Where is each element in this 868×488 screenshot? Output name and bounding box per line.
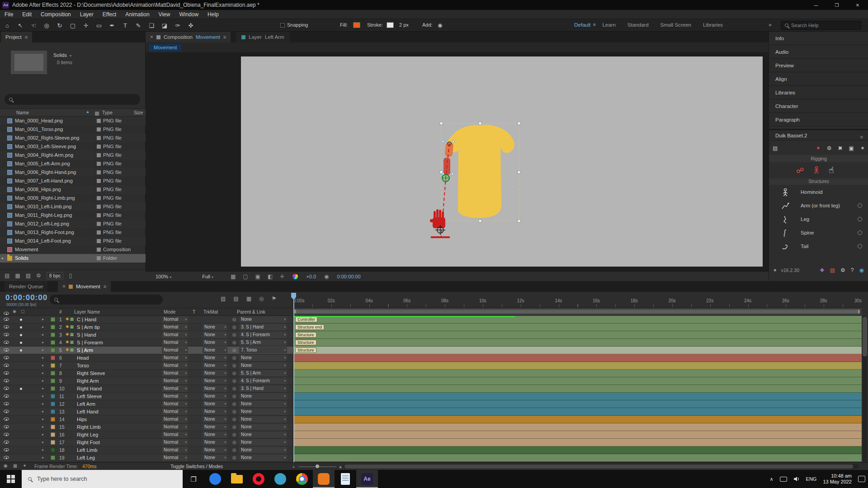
parent-link-select[interactable]: None▾ (239, 408, 287, 415)
layer-name[interactable]: Right Limb (77, 424, 101, 430)
duik-feedback-icon[interactable]: ❖ (820, 267, 825, 273)
column-layer-name[interactable]: Layer Name (74, 309, 100, 314)
track-matte-select[interactable]: None▾ (203, 362, 227, 369)
current-time-display[interactable]: 0:00:00:00 (5, 293, 47, 302)
layer-expand-chevron-icon[interactable]: ▸ (42, 317, 44, 321)
menu-window[interactable]: Window (175, 10, 203, 19)
layer-expand-chevron-icon[interactable]: ▸ (42, 356, 44, 360)
layer-color-swatch[interactable] (51, 317, 55, 322)
panel-menu-icon[interactable]: ≡ (104, 284, 106, 289)
parent-pickwhip-icon[interactable]: ◎ (232, 317, 236, 322)
project-item-row[interactable]: Man_0001_Torso.png PNG file (0, 125, 146, 134)
blend-mode-select[interactable]: Normal▾ (162, 362, 188, 369)
composition-marker-icon[interactable]: ◉ (4, 464, 8, 468)
eraser-tool-icon[interactable]: ◪ (161, 22, 168, 29)
timeline-composition-tab[interactable]: × Movement ≡ (58, 281, 111, 292)
layer-visibility-icon[interactable] (4, 364, 9, 367)
timeline-layer-row[interactable]: ▸ 8 Right Sleeve Normal▾ None▾ ◎ 5. S | … (0, 370, 293, 377)
zoom-out-icon[interactable]: ▲ (292, 465, 295, 468)
color-depth-button[interactable]: 8 bpc (47, 272, 64, 279)
timeline-layer-row[interactable]: ▸ 6 Head Normal▾ None▾ ◎ None▾ (0, 354, 293, 362)
track-matte-select[interactable]: None▾ (203, 370, 227, 376)
create-folder-icon[interactable]: ▦ (15, 273, 20, 278)
structure-options-icon[interactable] (858, 230, 862, 235)
layer-expand-chevron-icon[interactable]: ▸ (42, 455, 44, 460)
parent-pickwhip-icon[interactable]: ◎ (232, 347, 236, 352)
layer-name[interactable]: Head (77, 355, 89, 361)
panel-tab-audio[interactable]: Audio (769, 45, 868, 59)
duik-help-icon[interactable]: ? (851, 267, 854, 273)
timeline-layer-row[interactable]: ▸ 15 Right Limb Normal▾ None▾ ◎ None▾ (0, 423, 293, 431)
layer-duration-bar[interactable] (293, 446, 862, 454)
timeline-layer-row[interactable]: ▸ 13 Left Hand Normal▾ None▾ ◎ None▾ (0, 408, 293, 416)
project-item-row[interactable]: Man_0004_Right-Arm.png PNG file (0, 151, 146, 160)
parent-link-select[interactable]: 3. S | Hand▾ (239, 385, 287, 392)
timeline-layer-row[interactable]: ▸ 4 ✱▦ S | Forearm Normal▾ None▾ ◎ 5. S … (0, 339, 293, 347)
action-center-icon[interactable] (858, 476, 865, 482)
track-matte-select[interactable]: None▾ (203, 432, 227, 438)
timeline-layer-row[interactable]: ▸ 19 Left Leg Normal▾ None▾ ◎ None▾ (0, 454, 293, 462)
layer-color-swatch[interactable] (51, 371, 55, 375)
adjust-exposure-icon[interactable] (292, 274, 298, 279)
duik-settings-icon[interactable]: ⚙ (840, 267, 845, 273)
blend-mode-select[interactable]: Normal▾ (162, 324, 188, 330)
parent-pickwhip-icon[interactable]: ◎ (232, 401, 236, 406)
layer-solo-icon[interactable] (20, 334, 22, 336)
roto-brush-tool-icon[interactable]: ✑ (174, 22, 181, 29)
parent-link-select[interactable]: None▾ (239, 439, 287, 446)
layer-duration-bar[interactable] (293, 362, 862, 370)
layer-color-swatch[interactable] (51, 325, 55, 329)
blend-mode-select[interactable]: Normal▾ (162, 339, 188, 346)
column-type[interactable]: Type (102, 110, 113, 115)
task-view-button[interactable]: ❐ (183, 470, 204, 488)
layer-expand-chevron-icon[interactable]: ▸ (42, 325, 44, 329)
project-tab[interactable]: Project ≡ (1, 32, 32, 42)
stroke-swatch[interactable] (387, 22, 394, 28)
magnification-select[interactable]: 100%▾ (156, 274, 171, 279)
timeline-horizontal-scrollbar[interactable] (344, 464, 859, 469)
layer-name[interactable]: C | Hand (77, 317, 96, 322)
project-item-row[interactable]: Man_0000_Head.png PNG file (0, 117, 146, 125)
column-mode[interactable]: Mode (164, 309, 175, 314)
panel-tab-libraries[interactable]: Libraries (769, 86, 868, 99)
close-tab-icon[interactable]: × (62, 284, 66, 289)
project-item-row[interactable]: ▸ Solids Folder (0, 254, 146, 263)
parent-link-select[interactable]: None▾ (239, 424, 287, 430)
layer-visibility-icon[interactable] (4, 433, 9, 436)
pan-behind-tool-icon[interactable]: ✛ (82, 22, 90, 29)
layer-duration-bar[interactable] (293, 408, 862, 416)
layer-visibility-icon[interactable] (4, 387, 9, 390)
parent-pickwhip-icon[interactable]: ◎ (232, 432, 236, 437)
layer-color-swatch[interactable] (51, 455, 55, 460)
structure-leg[interactable]: Leg (769, 213, 868, 226)
parent-link-select[interactable]: None▾ (239, 401, 287, 407)
taskbar-search[interactable]: Type here to search (22, 470, 183, 488)
new-composition-icon[interactable]: ▧ (26, 273, 31, 278)
blend-mode-select[interactable]: Normal▾ (162, 316, 188, 323)
timeline-layer-row[interactable]: ▸ 2 ✱▦ S | Arm tip Normal▾ None▾ ◎ 3. S … (0, 324, 293, 331)
parent-pickwhip-icon[interactable]: ◎ (232, 417, 236, 422)
layer-visibility-icon[interactable] (4, 425, 9, 428)
clone-stamp-tool-icon[interactable]: ❏ (148, 22, 155, 29)
network-display-icon[interactable] (780, 477, 787, 482)
zoom-in-icon[interactable]: ▲ (338, 464, 343, 469)
layer-duration-bar[interactable] (293, 354, 862, 362)
timeline-layer-row[interactable]: ▸ 5 ✱▦ S | Arm Normal▾ None▾ ◎ 7. Torso▾ (0, 347, 293, 354)
layer-name[interactable]: S | Arm (77, 347, 93, 353)
add-button-icon[interactable]: ◉ (438, 23, 442, 28)
project-item-row[interactable]: Man_0005_Left-Arm.png PNG file (0, 160, 146, 168)
rotation-tool-icon[interactable]: ↻ (56, 22, 63, 29)
parent-pickwhip-icon[interactable]: ◎ (232, 447, 236, 452)
parent-link-select[interactable]: 7. Torso▾ (239, 347, 287, 353)
structure-tail[interactable]: Tail (769, 240, 868, 253)
timeline-zoom-thumb[interactable] (316, 465, 319, 468)
project-item-row[interactable]: Man_0008_Hips.png PNG file (0, 185, 146, 194)
blend-mode-select[interactable]: Normal▾ (162, 408, 188, 415)
selection-tool-icon[interactable]: ↖ (17, 22, 24, 29)
grid-guides-icon[interactable]: ▦ (231, 274, 236, 279)
layer-color-swatch[interactable] (51, 386, 55, 391)
transparency-grid-icon[interactable]: ◧ (268, 274, 273, 279)
parent-link-select[interactable]: None▾ (239, 362, 287, 369)
motion-blur-icon[interactable]: ◎ (259, 296, 264, 301)
stroke-width[interactable]: 2 px (399, 22, 409, 28)
